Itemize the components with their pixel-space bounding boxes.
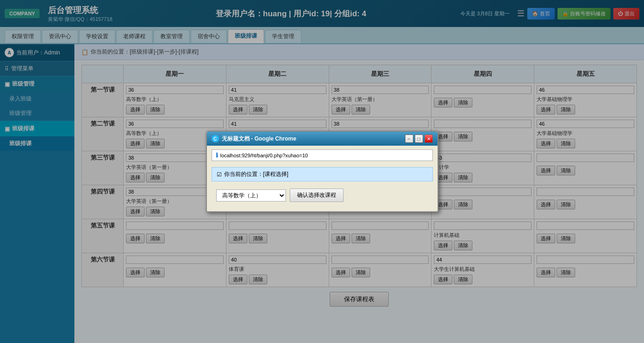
modal-titlebar: C 无标题文档 - Google Chrome − □ ✕ bbox=[207, 132, 438, 146]
confirm-course-button[interactable]: 确认选择改课程 bbox=[290, 188, 344, 202]
modal-restore-button[interactable]: □ bbox=[415, 135, 423, 143]
modal-overlay: C 无标题文档 - Google Chrome − □ ✕ ℹ localhos… bbox=[0, 0, 644, 343]
modal-window: C 无标题文档 - Google Chrome − □ ✕ ℹ localhos… bbox=[206, 131, 438, 212]
modal-controls: − □ ✕ bbox=[405, 135, 433, 143]
modal-breadcrumb-checkbox: ☑ bbox=[217, 171, 222, 178]
modal-minimize-button[interactable]: − bbox=[405, 135, 413, 143]
modal-breadcrumb-text: 你当前的位置：[课程选择] bbox=[224, 170, 289, 178]
info-icon: ℹ bbox=[216, 152, 218, 159]
modal-content: ☑ 你当前的位置：[课程选择] 高等数学（上）马克思主义大学英语（第一册）大学基… bbox=[207, 165, 438, 211]
modal-title-text: 无标题文档 - Google Chrome bbox=[222, 135, 297, 143]
modal-address-bar: ℹ localhost:929/ht/banji/0.php?xuhao=10 bbox=[212, 149, 433, 161]
modal-close-button[interactable]: ✕ bbox=[425, 135, 433, 143]
modal-form-row: 高等数学（上）马克思主义大学英语（第一册）大学基础物理学会计学体育课大学生计算机… bbox=[212, 186, 433, 204]
modal-title-left: C 无标题文档 - Google Chrome bbox=[212, 135, 297, 143]
course-select[interactable]: 高等数学（上）马克思主义大学英语（第一册）大学基础物理学会计学体育课大学生计算机… bbox=[216, 189, 286, 202]
chrome-icon: C bbox=[212, 135, 219, 142]
modal-breadcrumb: ☑ 你当前的位置：[课程选择] bbox=[212, 167, 433, 182]
modal-url: localhost:929/ht/banji/0.php?xuhao=10 bbox=[220, 153, 308, 158]
